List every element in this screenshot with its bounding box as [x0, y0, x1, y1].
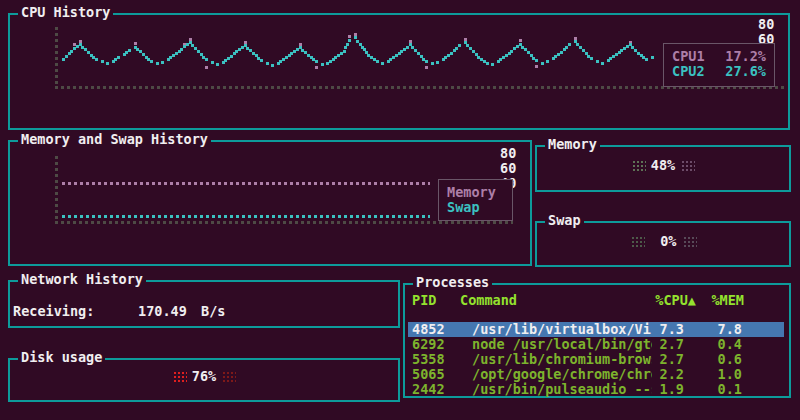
network-receiving-label: Receiving:	[13, 304, 94, 319]
x-axis-line	[55, 221, 513, 224]
network-receiving-unit: B/s	[201, 304, 225, 319]
y-axis-line	[55, 156, 58, 224]
process-mem-percent: 7.8	[704, 322, 746, 337]
process-cpu-percent: 7.3	[652, 322, 704, 337]
table-row[interactable]: 4852 /usr/lib/virtualbox/Virt 7.3 7.8	[408, 322, 784, 337]
swap-title: Swap	[545, 213, 584, 228]
column-header-mem[interactable]: %MEM	[704, 293, 746, 308]
process-command: /opt/google/chrome/chrom	[460, 367, 652, 382]
process-mem-percent: 0.4	[704, 337, 746, 352]
process-command: /usr/bin/pulseaudio --st	[460, 382, 652, 397]
disk-gauge-left-dots	[172, 370, 187, 383]
cpu1-legend-row: CPU1 17.2%	[672, 49, 766, 64]
memory-panel: Memory 48%	[535, 145, 791, 192]
process-command: /usr/lib/chromium-browse	[460, 352, 652, 367]
process-command: node /usr/local/bin/gtop	[460, 337, 652, 352]
process-table-header: PID Command %CPU▲ %MEM	[408, 293, 784, 308]
disk-usage-title: Disk usage	[18, 350, 105, 365]
cpu1-usage-value: 17.2%	[725, 49, 766, 64]
memory-usage-percent: 48%	[651, 158, 675, 173]
process-cpu-percent: 1.9	[652, 382, 704, 397]
memory-swap-history-panel: Memory and Swap History 80 60 40 0 Memor…	[8, 140, 532, 266]
table-row[interactable]: 5358 /usr/lib/chromium-browse 2.7 0.6	[408, 352, 784, 367]
swap-gauge-right-dots	[682, 235, 697, 248]
process-rows: 4852 /usr/lib/virtualbox/Virt 7.3 7.8 62…	[408, 322, 784, 397]
disk-usage-gauge: 76%	[10, 369, 398, 384]
process-cpu-percent: 2.7	[652, 352, 704, 367]
process-mem-percent: 0.1	[704, 382, 746, 397]
memory-legend-label: Memory	[447, 185, 496, 200]
memory-usage-line	[62, 182, 430, 185]
cpu2-legend-row: CPU2 27.6%	[672, 64, 766, 79]
swap-panel: Swap 0%	[535, 221, 791, 267]
memory-swap-history-title: Memory and Swap History	[18, 132, 211, 147]
swap-legend-label: Swap	[447, 200, 480, 215]
network-receiving-value: 170.49	[138, 304, 187, 319]
memory-gauge: 48%	[537, 158, 789, 173]
process-pid: 5065	[412, 367, 460, 382]
table-row[interactable]: 2442 /usr/bin/pulseaudio --st 1.9 0.1	[408, 382, 784, 397]
process-pid: 4852	[412, 322, 460, 337]
table-row[interactable]: 6292 node /usr/local/bin/gtop 2.7 0.4	[408, 337, 784, 352]
y-tick: 80	[500, 146, 530, 161]
processes-panel: Processes PID Command %CPU▲ %MEM 4852 /u…	[403, 283, 791, 398]
disk-usage-percent: 76%	[192, 369, 216, 384]
memory-swap-legend: Memory Swap	[438, 179, 513, 221]
processes-title: Processes	[413, 275, 492, 290]
process-pid: 6292	[412, 337, 460, 352]
disk-usage-panel: Disk usage 76%	[8, 358, 400, 402]
process-pid: 5358	[412, 352, 460, 367]
swap-usage-line	[62, 215, 430, 218]
swap-usage-percent: 0%	[650, 234, 677, 249]
column-header-command[interactable]: Command	[460, 293, 652, 308]
cpu-history-panel: CPU History 80 60 40 0 CPU1 17.2% CPU2 2…	[8, 13, 790, 130]
cpu1-legend-label: CPU1	[672, 49, 705, 64]
network-history-title: Network History	[18, 272, 146, 287]
y-tick: 60	[500, 161, 530, 176]
cpu2-legend-label: CPU2	[672, 64, 705, 79]
network-history-panel: Network History Receiving: 170.49 B/s	[8, 280, 400, 328]
process-pid: 2442	[412, 382, 460, 397]
memory-gauge-right-dots	[680, 159, 695, 172]
cpu2-usage-value: 27.6%	[725, 64, 766, 79]
column-header-cpu-sort[interactable]: %CPU▲	[652, 293, 704, 308]
cpu-legend: CPU1 17.2% CPU2 27.6%	[663, 43, 775, 87]
process-cpu-percent: 2.7	[652, 337, 704, 352]
process-mem-percent: 0.6	[704, 352, 746, 367]
memory-title: Memory	[545, 137, 600, 152]
memory-legend-row: Memory	[447, 185, 504, 200]
swap-gauge: 0%	[537, 234, 789, 249]
swap-gauge-left-dots	[630, 235, 645, 248]
process-cpu-percent: 2.2	[652, 367, 704, 382]
process-mem-percent: 1.0	[704, 367, 746, 382]
disk-gauge-right-dots	[221, 370, 236, 383]
swap-legend-row: Swap	[447, 200, 504, 215]
memory-gauge-left-dots	[631, 159, 646, 172]
process-command: /usr/lib/virtualbox/Virt	[460, 322, 652, 337]
gtop-terminal-dashboard: { "colors": { "bg": "#300a24", "panel_bo…	[0, 0, 800, 420]
column-header-pid[interactable]: PID	[412, 293, 460, 308]
table-row[interactable]: 5065 /opt/google/chrome/chrom 2.2 1.0	[408, 367, 784, 382]
